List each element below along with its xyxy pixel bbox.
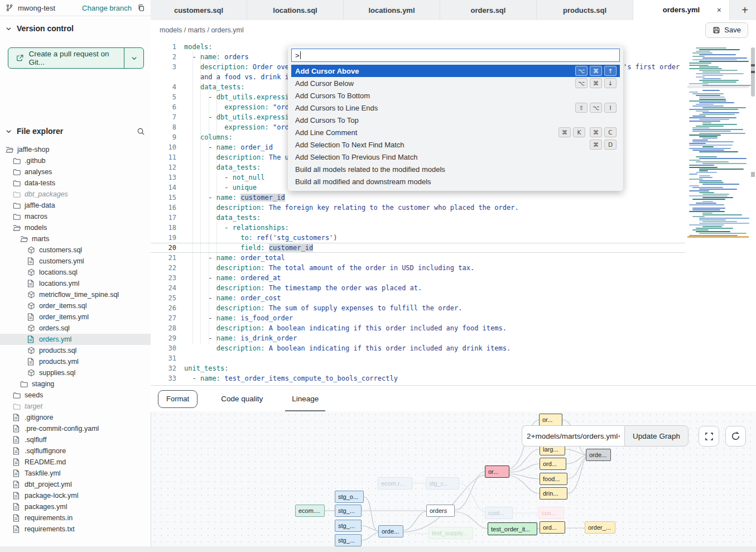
code-line[interactable]: expression: "ord bbox=[184, 122, 289, 132]
lineage-node-or-[interactable]: or... bbox=[539, 414, 562, 426]
tree-item-jaffle-data[interactable]: jaffle-data bbox=[0, 200, 151, 211]
tree-item-package-lock-yml[interactable]: package-lock.yml bbox=[0, 490, 151, 501]
tree-item-staging[interactable]: staging bbox=[0, 378, 151, 390]
code-line[interactable]: and a food vs. drink i bbox=[184, 72, 289, 82]
close-icon[interactable]: × bbox=[717, 6, 721, 15]
change-branch-link[interactable]: Change branch bbox=[82, 4, 132, 12]
code-line[interactable]: description: A boolean indicating if thi… bbox=[184, 343, 511, 353]
code-line[interactable]: data_tests: bbox=[184, 82, 244, 92]
lineage-node-or-[interactable]: or... bbox=[485, 465, 509, 478]
tree-item-marts[interactable]: marts bbox=[0, 233, 151, 244]
code-line[interactable]: - name: ordered_at bbox=[184, 273, 281, 283]
lineage-node-stg-[interactable]: stg_... bbox=[335, 505, 362, 517]
code-line[interactable]: - not_null bbox=[184, 172, 265, 183]
tree-item-locations-yml[interactable]: locations.yml bbox=[0, 278, 151, 289]
code-line[interactable]: - name: order_total bbox=[184, 253, 285, 263]
lineage-node-test-supply-[interactable]: test_supply... bbox=[428, 527, 473, 539]
format-button[interactable]: Format bbox=[158, 390, 198, 408]
lineage-node-orders[interactable]: orders bbox=[426, 505, 455, 517]
tree-item-macros[interactable]: macros bbox=[0, 211, 151, 222]
tree-item-seeds[interactable]: seeds bbox=[0, 390, 151, 401]
lineage-node-ecom-[interactable]: ecom.... bbox=[295, 505, 325, 517]
command-item-add-cursors-to-line-ends[interactable]: Add Cursors to Line Ends⇧⌥I bbox=[291, 102, 620, 114]
code-line[interactable]: - name: customer_id bbox=[184, 193, 285, 203]
tree-item-target[interactable]: target bbox=[0, 401, 151, 412]
tree-item-customers-yml[interactable]: customers.yml bbox=[0, 256, 151, 267]
lineage-node-ord-[interactable]: ord... bbox=[540, 521, 565, 534]
lineage-node-stg-c-[interactable]: stg_c... bbox=[426, 477, 459, 489]
tab-customers-sql[interactable]: customers.sql bbox=[151, 0, 247, 20]
code-line[interactable]: - dbt_utils.expressi bbox=[184, 92, 289, 102]
code-line[interactable]: description: The sum of supply expenses … bbox=[184, 303, 463, 313]
refresh-button[interactable] bbox=[725, 426, 746, 447]
file-explorer-header[interactable]: File explorer bbox=[6, 125, 145, 137]
code-line[interactable]: models: bbox=[184, 42, 213, 52]
lineage-node-order-[interactable]: order_... bbox=[585, 521, 615, 534]
tree-item-dbt-packages[interactable]: dbt_packages bbox=[0, 189, 151, 200]
code-line[interactable]: - name: is_food_order bbox=[184, 313, 293, 323]
fullscreen-button[interactable] bbox=[699, 426, 719, 447]
command-item-add-cursor-above[interactable]: Add Cursor Above⌥⌘↑ bbox=[291, 65, 620, 77]
tree-item--github[interactable]: .github bbox=[0, 155, 151, 166]
code-line[interactable]: - name: is_drink_order bbox=[184, 333, 297, 343]
tree-item-requirements-in[interactable]: requirements.in bbox=[0, 512, 151, 524]
code-line[interactable]: - name: order_id bbox=[184, 142, 273, 152]
code-line[interactable]: - name: orders bbox=[184, 52, 249, 62]
tab-locations-yml[interactable]: locations.yml bbox=[344, 0, 440, 20]
command-item-add-cursors-to-top[interactable]: Add Cursors To Top bbox=[291, 114, 620, 126]
code-line[interactable]: description: The u bbox=[184, 152, 289, 162]
create-pr-dropdown[interactable] bbox=[124, 48, 143, 68]
code-line[interactable]: description: The foreign key relating to… bbox=[184, 203, 519, 213]
command-palette-input[interactable]: > bbox=[291, 49, 620, 62]
code-line[interactable]: data_tests: bbox=[184, 213, 261, 223]
tree-item-jaffle-shop[interactable]: jaffle-shop bbox=[0, 144, 151, 155]
tree-item-order-items-yml[interactable]: order_items.yml bbox=[0, 311, 151, 323]
tree-item-customers-sql[interactable]: customers.sql bbox=[0, 244, 151, 256]
save-button[interactable]: Save bbox=[705, 22, 748, 38]
tab-locations-sql[interactable]: locations.sql bbox=[247, 0, 344, 20]
lineage-node-stg-[interactable]: stg_... bbox=[335, 520, 362, 532]
tree-item-models[interactable]: models bbox=[0, 222, 151, 233]
code-line[interactable]: - unique bbox=[184, 183, 257, 193]
search-icon[interactable] bbox=[137, 127, 145, 136]
tree-item-readme-md[interactable]: README.md bbox=[0, 457, 151, 468]
code-line[interactable]: columns: bbox=[184, 132, 233, 142]
code-line[interactable]: description: The timestamp the order was… bbox=[184, 283, 422, 293]
lineage-node-orde-[interactable]: orde... bbox=[586, 449, 611, 461]
tree-item-packages-yml[interactable]: packages.yml bbox=[0, 501, 151, 512]
command-item-build-all-modified-and-downstream-models[interactable]: Build all modified and downstream models bbox=[291, 175, 620, 188]
tree-item--pre-commit-config-yaml[interactable]: .pre-commit-config.yaml bbox=[0, 423, 151, 434]
horizontal-scrollbar[interactable] bbox=[0, 546, 756, 552]
tree-item-orders-sql[interactable]: orders.sql bbox=[0, 323, 151, 334]
code-line[interactable]: description: A boolean indicating if thi… bbox=[184, 323, 507, 333]
command-item-add-cursors-to-bottom[interactable]: Add Cursors To Bottom bbox=[291, 89, 620, 102]
tab-orders-yml[interactable]: orders.yml× bbox=[633, 0, 730, 20]
tree-item-data-tests[interactable]: data-tests bbox=[0, 177, 151, 189]
tree-item--gitignore[interactable]: .gitignore bbox=[0, 412, 151, 423]
code-line[interactable]: - dbt_utils.expressi bbox=[184, 112, 289, 122]
tree-item--sqlfluffignore[interactable]: .sqlfluffignore bbox=[0, 445, 151, 457]
lineage-node-cust-[interactable]: cust... bbox=[485, 507, 513, 519]
tree-item-order-items-sql[interactable]: order_items.sql bbox=[0, 300, 151, 311]
code-line[interactable]: to: ref('stg_customers') bbox=[184, 233, 338, 243]
tree-item-orders-yml[interactable]: orders.yml bbox=[0, 334, 151, 345]
lineage-node-cus-[interactable]: cus... bbox=[538, 507, 564, 519]
command-item-add-cursor-below[interactable]: Add Cursor Below⌥⌘↓ bbox=[291, 77, 620, 89]
command-item-add-line-comment[interactable]: Add Line Comment⌘K⌘C bbox=[291, 126, 620, 138]
command-item-add-selection-to-previous-find-match[interactable]: Add Selection To Previous Find Match bbox=[291, 151, 620, 163]
tree-item-locations-sql[interactable]: locations.sql bbox=[0, 267, 151, 278]
tree-item-supplies-sql[interactable]: supplies.sql bbox=[0, 367, 151, 378]
code-line[interactable]: unit_tests: bbox=[184, 363, 228, 373]
lineage-node-ord-[interactable]: ord... bbox=[540, 458, 566, 470]
bottom-tab-code-quality[interactable]: Code quality bbox=[214, 386, 269, 412]
minimap[interactable] bbox=[687, 47, 749, 287]
tree-item-taskfile-yml[interactable]: Taskfile.yml bbox=[0, 468, 151, 479]
lineage-node-stg-o-[interactable]: stg_o... bbox=[335, 491, 364, 503]
update-graph-button[interactable]: Update Graph bbox=[624, 425, 688, 447]
tree-item-analyses[interactable]: analyses bbox=[0, 166, 151, 177]
lineage-node-drin-[interactable]: drin... bbox=[540, 487, 567, 500]
create-pr-button[interactable]: Create a pull request on Git... bbox=[8, 48, 124, 68]
tab-orders-sql[interactable]: orders.sql bbox=[440, 0, 537, 20]
lineage-search-input[interactable] bbox=[522, 425, 624, 447]
code-line[interactable]: description: The total amount of the ord… bbox=[184, 263, 474, 273]
